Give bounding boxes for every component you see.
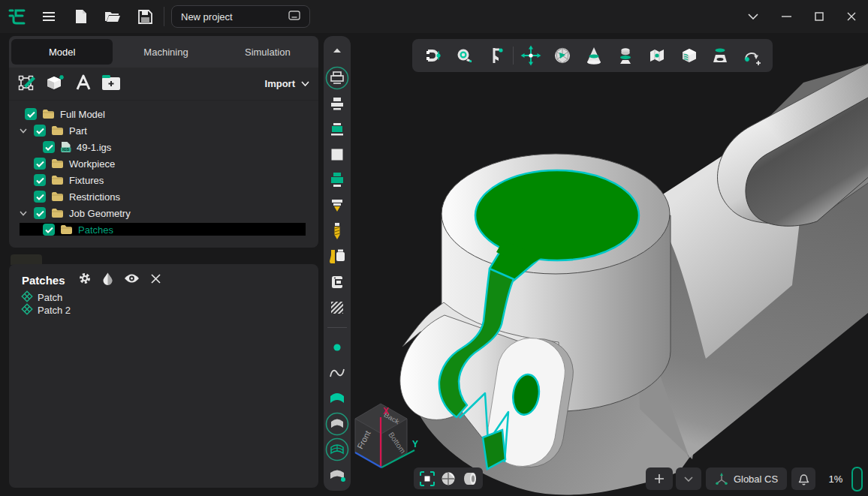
folder-icon (60, 224, 73, 235)
supports-icon[interactable] (610, 41, 641, 71)
checkbox-checked[interactable] (43, 141, 55, 153)
snap-magnet-icon[interactable] (417, 41, 448, 71)
material-hatch-icon[interactable] (324, 295, 350, 320)
tree-item-restrictions[interactable]: Restrictions (9, 188, 318, 205)
cs-label: Global CS (734, 473, 778, 485)
import-button[interactable]: Import (265, 78, 309, 89)
checkbox-checked[interactable] (25, 108, 37, 120)
faceted-sphere-icon[interactable] (547, 41, 578, 71)
tab-machining[interactable]: Machining (115, 36, 216, 68)
new-file-button[interactable] (68, 0, 95, 33)
settings-icon[interactable] (78, 272, 92, 288)
tab-simulation[interactable]: Simulation (217, 36, 318, 68)
global-cs-button[interactable]: Global CS (706, 467, 787, 490)
patch-list-item[interactable]: Patch 2 (9, 304, 318, 317)
add-solid-icon[interactable] (46, 74, 65, 95)
expand-chevron-icon[interactable] (20, 211, 27, 216)
sketch-tool-icon[interactable] (18, 74, 36, 95)
patches-header: Patches (9, 264, 318, 291)
mold-icon[interactable] (704, 41, 736, 71)
expand-chevron-icon[interactable] (20, 128, 27, 134)
tool-holder-workpiece-icon[interactable] (324, 116, 350, 142)
toolbar-separator (513, 47, 514, 65)
job-document-icon[interactable] (324, 269, 350, 295)
app-logo[interactable] (3, 0, 30, 33)
collapse-up-icon[interactable] (324, 38, 350, 63)
axis-y-label: Y (412, 439, 418, 449)
titlebar: New project (0, 0, 868, 33)
viewport-toolbar (412, 39, 773, 72)
cone-icon[interactable] (578, 41, 610, 71)
mill-tool-icon[interactable] (324, 193, 350, 218)
tab-model[interactable]: Model (11, 39, 113, 65)
model-tree: Full Model Part IGS 49-1.igs Workpiece F… (9, 101, 318, 238)
fit-view-icon[interactable] (418, 470, 436, 488)
render-mode-icon[interactable] (439, 470, 457, 488)
add-cs-button[interactable] (646, 467, 673, 490)
project-name-input[interactable]: New project (171, 5, 310, 28)
patch-list-item[interactable]: Patch (9, 291, 318, 304)
cs-dropdown-button[interactable] (676, 467, 701, 490)
panel-tabs: Model Machining Simulation (9, 36, 318, 68)
curve-icon[interactable] (324, 360, 350, 386)
checkbox-checked[interactable] (34, 207, 46, 219)
notifications-button[interactable] (791, 467, 815, 490)
checkbox-checked[interactable] (34, 174, 46, 186)
fixture-icon[interactable] (324, 244, 350, 269)
close-button[interactable] (835, 0, 868, 33)
patches-title: Patches (22, 274, 65, 287)
tree-item-workpiece[interactable]: Workpiece (9, 155, 318, 172)
visibility-icon[interactable] (124, 273, 140, 287)
titlebar-dropdown-button[interactable] (737, 0, 770, 33)
checkbox-checked[interactable] (34, 158, 46, 170)
svg-text:IGS: IGS (62, 147, 69, 152)
igs-file-icon: IGS (60, 141, 71, 153)
tool-holder-icon[interactable] (324, 91, 350, 116)
measure-tape-icon[interactable] (448, 41, 480, 71)
text-tool-icon[interactable] (75, 74, 92, 94)
folder-icon (51, 158, 64, 169)
side-toolbar-separator (327, 327, 347, 328)
folder-icon (51, 175, 64, 185)
workpiece-visibility-icon[interactable] (460, 470, 478, 488)
drill-tool-icon[interactable] (324, 218, 350, 244)
surface-map-icon[interactable] (641, 41, 673, 71)
fill-icon[interactable] (103, 272, 113, 288)
folder-icon (42, 109, 55, 119)
rename-icon[interactable] (288, 11, 300, 23)
folder-icon (51, 125, 64, 136)
main-menu-button[interactable] (35, 0, 62, 33)
workpiece-plain-icon[interactable] (324, 142, 350, 167)
folder-icon (51, 191, 64, 202)
progress-label: 1% (823, 467, 848, 490)
tree-item-fixtures[interactable]: Fixtures (9, 172, 318, 188)
move-icon[interactable] (515, 41, 547, 71)
machine-icon[interactable] (324, 65, 350, 91)
patches-panel-handle[interactable] (11, 254, 42, 265)
tool-assembly-icon[interactable] (324, 167, 350, 193)
caliper-icon[interactable] (480, 41, 511, 71)
folder-icon (51, 208, 64, 218)
titlebar-separator (164, 7, 164, 26)
patches-panel: Patches Patch Patch 2 (9, 264, 318, 488)
model-toolbar: Import (9, 68, 318, 101)
tree-item-49-1-igs[interactable]: IGS 49-1.igs (9, 139, 318, 155)
checkbox-checked[interactable] (34, 125, 46, 137)
point-icon[interactable] (324, 335, 350, 360)
open-file-button[interactable] (99, 0, 126, 33)
tree-item-part[interactable]: Part (9, 122, 318, 139)
view-options-bar (414, 467, 483, 489)
tree-item-patches[interactable]: Patches (9, 221, 318, 238)
new-folder-icon[interactable] (101, 74, 121, 94)
checkbox-checked[interactable] (34, 191, 46, 203)
add-operation-icon[interactable] (736, 41, 767, 71)
simulation-cube-icon[interactable] (673, 41, 704, 71)
checkbox-checked[interactable] (43, 224, 55, 236)
maximize-button[interactable] (803, 0, 836, 33)
tree-item-full-model[interactable]: Full Model (9, 106, 318, 122)
close-panel-icon[interactable] (151, 273, 161, 287)
save-button[interactable] (131, 0, 158, 33)
tree-item-job-geometry[interactable]: Job Geometry (9, 205, 318, 221)
minimize-button[interactable] (770, 0, 803, 33)
axis-x-label: X (383, 406, 389, 416)
